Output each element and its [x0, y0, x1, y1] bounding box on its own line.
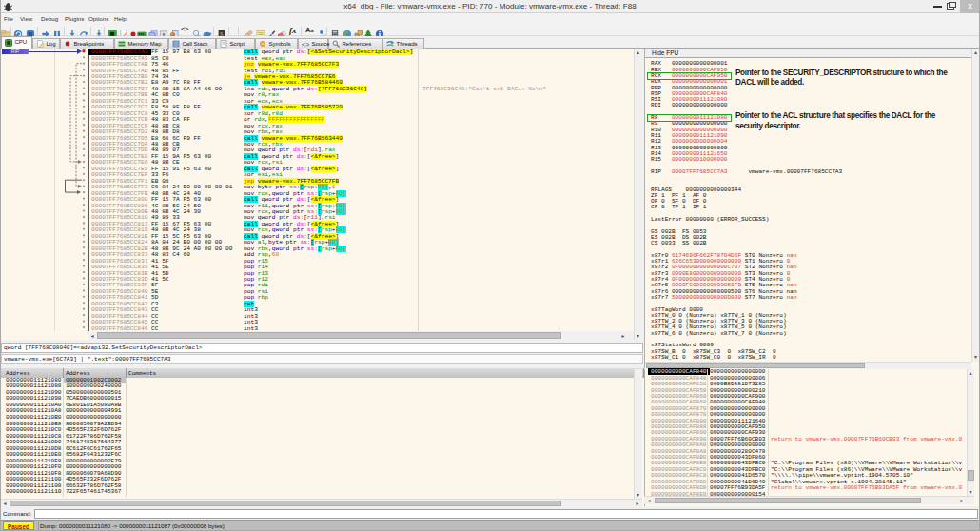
- svg-text:<>: <>: [302, 41, 309, 49]
